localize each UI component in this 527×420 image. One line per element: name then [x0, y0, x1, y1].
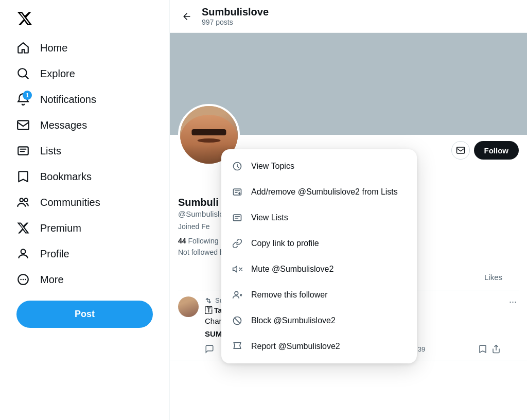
bell-icon: 1: [16, 93, 30, 106]
x-logo[interactable]: [8, 4, 161, 33]
link-icon: [232, 238, 243, 249]
sidebar-item-notifications[interactable]: 1 Notifications: [8, 86, 161, 112]
list-add-icon: [232, 186, 243, 198]
person-icon: [16, 247, 30, 260]
people-icon: [16, 196, 30, 209]
sidebar-item-more[interactable]: More: [8, 267, 161, 292]
reply-action[interactable]: [205, 344, 214, 354]
dropdown-item-remove-follower[interactable]: Remove this follower: [221, 282, 417, 308]
sidebar-item-home[interactable]: Home: [8, 35, 161, 61]
report-icon: [232, 341, 243, 352]
tweet-avatar: [178, 296, 199, 317]
svg-point-0: [18, 68, 26, 77]
dropdown-item-view-topics[interactable]: View Topics: [221, 153, 417, 179]
svg-rect-10: [456, 147, 464, 153]
sidebar-item-messages[interactable]: Messages: [8, 112, 161, 138]
sidebar-item-bookmarks[interactable]: Bookmarks: [8, 164, 161, 189]
following-stat[interactable]: 44 Following: [178, 237, 219, 245]
dropdown-item-report[interactable]: Report @Sumbulislove2: [221, 334, 417, 359]
search-icon: [16, 67, 30, 80]
tab-likes[interactable]: Likes: [468, 265, 519, 290]
top-bar: Sumbulislove 997 posts: [170, 0, 527, 33]
top-bar-posts: 997 posts: [202, 18, 269, 26]
sidebar: Home Explore 1 Notifications Messag: [0, 0, 170, 420]
sidebar-item-label: Home: [40, 42, 67, 54]
dropdown-item-add-remove-lists[interactable]: Add/remove @Sumbulislove2 from Lists: [221, 179, 417, 205]
sidebar-item-communities[interactable]: Communities: [8, 189, 161, 215]
svg-point-5: [21, 249, 26, 254]
remove-follower-icon: [232, 289, 243, 301]
sidebar-item-lists[interactable]: Lists: [8, 138, 161, 164]
sidebar-item-label: Lists: [40, 145, 61, 157]
mute-icon: [232, 264, 243, 275]
dropdown-item-copy-link[interactable]: Copy link to profile: [221, 231, 417, 256]
mail-icon: [16, 118, 30, 132]
svg-point-9: [25, 279, 26, 281]
bookmark-icon: [16, 170, 30, 183]
mail-profile-button[interactable]: [451, 141, 470, 160]
block-icon: [232, 315, 243, 326]
svg-point-3: [20, 198, 24, 202]
svg-rect-1: [17, 120, 29, 129]
more-icon: [16, 273, 30, 286]
tweet-actions-right: [478, 344, 501, 354]
main-content: Sumbulislove 997 posts Follow Sumbuli @S…: [170, 0, 527, 420]
sidebar-item-profile[interactable]: Profile: [8, 241, 161, 267]
dropdown-item-block[interactable]: Block @Sumbulislove2: [221, 308, 417, 334]
follow-button[interactable]: Follow: [474, 141, 519, 160]
topics-icon: [232, 161, 243, 172]
svg-point-7: [20, 279, 22, 281]
dropdown-menu: View Topics Add/remove @Sumbulislove2 fr…: [221, 149, 417, 363]
svg-point-14: [235, 291, 238, 295]
sidebar-item-label: Profile: [40, 248, 69, 260]
list-icon: [16, 144, 30, 157]
x-premium-icon: [16, 221, 30, 235]
post-button[interactable]: Post: [16, 301, 153, 328]
sidebar-item-label: Messages: [40, 119, 87, 131]
sidebar-item-label: Communities: [40, 197, 100, 208]
home-icon: [16, 41, 30, 55]
notification-badge: 1: [23, 91, 32, 100]
bookmark-tweet-action[interactable]: [478, 344, 487, 354]
svg-point-4: [24, 198, 27, 202]
sidebar-item-label: Bookmarks: [40, 171, 92, 183]
back-button[interactable]: [178, 8, 196, 25]
tweet-more-button[interactable]: ···: [507, 296, 519, 354]
dropdown-item-view-lists[interactable]: View Lists: [221, 205, 417, 231]
view-list-icon: [232, 212, 243, 223]
top-bar-info: Sumbulislove 997 posts: [202, 6, 269, 26]
sidebar-item-label: More: [40, 274, 64, 286]
top-bar-name: Sumbulislove: [202, 6, 269, 18]
share-tweet-action[interactable]: [491, 344, 501, 354]
svg-point-8: [23, 279, 24, 281]
sidebar-item-label: Notifications: [40, 94, 96, 106]
sidebar-item-explore[interactable]: Explore: [8, 61, 161, 86]
sidebar-item-label: Premium: [40, 222, 81, 234]
sidebar-item-premium[interactable]: Premium: [8, 215, 161, 241]
dropdown-item-mute[interactable]: Mute @Sumbulislove2: [221, 256, 417, 282]
sidebar-item-label: Explore: [40, 68, 75, 80]
